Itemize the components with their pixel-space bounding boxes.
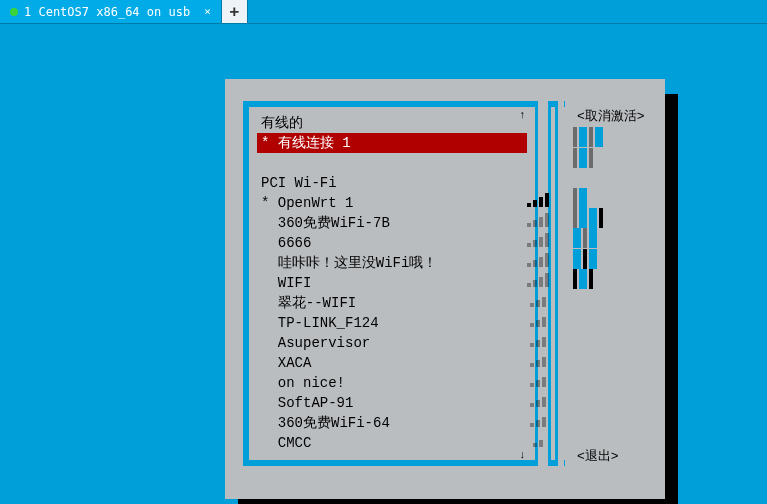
list-item[interactable]: SoftAP-91 [257, 393, 527, 413]
list-item[interactable]: 360免费WiFi-64 [257, 413, 527, 433]
glitch-stripe [573, 269, 643, 289]
scroll-up-icon[interactable]: ↑ [519, 109, 526, 121]
nmtui-window: 有线的 * 有线连接 1 PCI Wi-Fi * OpenWrt 1 360免费… [225, 79, 665, 499]
status-dot-icon [10, 8, 18, 16]
list-item[interactable]: on nice! [257, 373, 527, 393]
list-item[interactable]: XACA [257, 353, 527, 373]
spacer-row [257, 153, 527, 173]
wifi-header: PCI Wi-Fi [257, 173, 527, 193]
close-icon[interactable]: × [204, 5, 211, 18]
quit-button[interactable]: <退出> [573, 447, 655, 465]
glitch-stripe [573, 127, 643, 147]
list-item[interactable]: 6666 [257, 233, 527, 253]
wired-header: 有线的 [257, 113, 527, 133]
glitch-stripe [573, 188, 643, 208]
list-item[interactable]: 哇咔咔！这里没WiFi哦！ [257, 253, 527, 273]
signal-icon [510, 227, 565, 247]
glitch-stripe [573, 208, 643, 228]
scroll-down-icon[interactable]: ↓ [519, 449, 526, 461]
signal-icon [510, 327, 565, 347]
right-button-column: <取消激活> [573, 107, 655, 125]
signal-icon [510, 307, 565, 327]
list-item[interactable]: * OpenWrt 1 [257, 193, 527, 213]
tab-active[interactable]: 1 CentOS7 x86_64 on usb × [0, 0, 222, 23]
tab-label: 1 CentOS7 x86_64 on usb [24, 5, 190, 19]
glitch-stripe [573, 249, 643, 269]
signal-icon [510, 427, 565, 447]
wired-connection-selected[interactable]: * 有线连接 1 [257, 133, 527, 153]
glitch-stripe [573, 148, 643, 168]
signal-icon [510, 347, 565, 367]
new-tab-button[interactable]: + [222, 0, 248, 23]
signal-icon [510, 407, 565, 427]
list-item[interactable]: WIFI [257, 273, 527, 293]
signal-icon [510, 367, 565, 387]
signal-icon [510, 187, 565, 207]
signal-icon [510, 207, 565, 227]
list-item[interactable]: Asupervisor [257, 333, 527, 353]
list-item[interactable]: 360免费WiFi-7B [257, 213, 527, 233]
desktop: http://blog.csdn.net 有线的 * 有线连接 1 PCI Wi… [0, 24, 767, 504]
signal-icon [510, 387, 565, 407]
list-item[interactable]: TP-LINK_F124 [257, 313, 527, 333]
right-button-column-bottom: <退出> [573, 447, 655, 465]
list-item[interactable]: 翠花--WIFI [257, 293, 527, 313]
glitch-stripe [573, 228, 643, 248]
signal-icon [510, 247, 565, 267]
signal-icon [510, 287, 565, 307]
list-item[interactable]: CMCC [257, 433, 527, 453]
network-list-panel: 有线的 * 有线连接 1 PCI Wi-Fi * OpenWrt 1 360免费… [243, 101, 538, 466]
tab-bar: 1 CentOS7 x86_64 on usb × + [0, 0, 767, 24]
deactivate-button[interactable]: <取消激活> [573, 107, 655, 125]
signal-strength-column [510, 101, 565, 466]
signal-icon [510, 267, 565, 287]
